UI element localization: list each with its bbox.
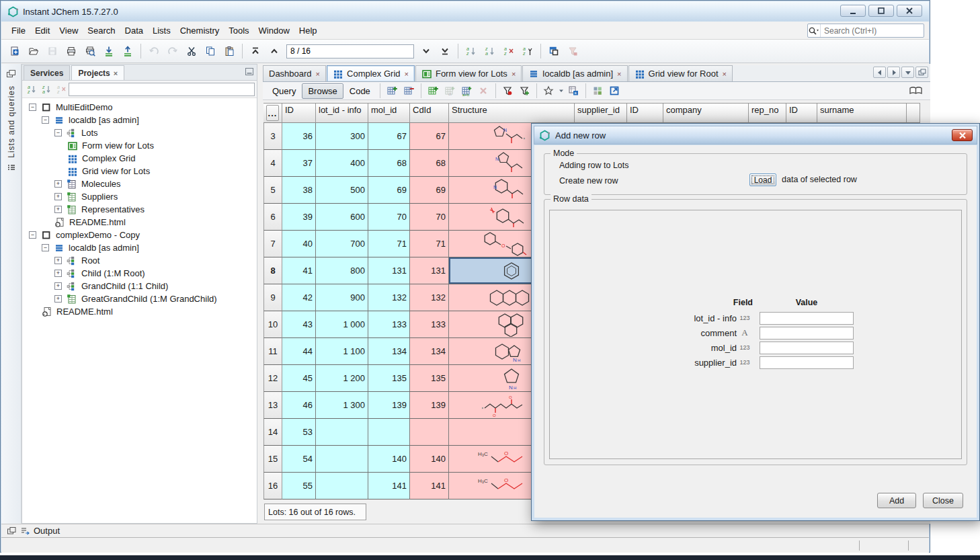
expand-toggle-icon[interactable]: + — [54, 295, 62, 303]
column-header-supplier-id[interactable]: supplier_id — [575, 103, 627, 123]
display-options-icon[interactable] — [590, 83, 606, 99]
maximize-button[interactable] — [868, 5, 894, 17]
column-header-mol-id[interactable]: mol_id — [368, 103, 410, 123]
cell-lot-id[interactable]: 700 — [316, 231, 368, 257]
tree-item-representatives[interactable]: +Representatives — [22, 203, 257, 216]
favorites-dropdown-caret-icon[interactable] — [559, 88, 564, 93]
print-preview-icon[interactable] — [81, 42, 99, 60]
dialog-close-button[interactable] — [952, 129, 973, 141]
delete-row-icon[interactable] — [401, 83, 417, 99]
mode-browse-button[interactable]: Browse — [302, 83, 343, 99]
cell-lot-id[interactable]: 500 — [316, 177, 368, 204]
cell-mol-id[interactable]: 141 — [368, 473, 410, 499]
close-tab-icon[interactable]: × — [723, 70, 727, 78]
close-button[interactable] — [897, 5, 922, 17]
tree-item-root[interactable]: +Root — [22, 254, 257, 267]
collapse-toggle-icon[interactable]: − — [42, 244, 49, 251]
cell-id[interactable]: 42 — [282, 284, 316, 311]
cell-mol-id[interactable]: 68 — [368, 150, 410, 177]
cell-lot-id[interactable]: 800 — [316, 257, 368, 284]
record-position-input[interactable] — [286, 44, 414, 58]
cell-mol-id[interactable]: 134 — [368, 338, 410, 365]
cell-mol-id[interactable] — [368, 419, 410, 446]
cell-cdid[interactable]: 140 — [410, 446, 449, 473]
tree-item-lots[interactable]: −Lots — [22, 126, 257, 139]
add-row-icon[interactable] — [384, 83, 400, 99]
export-data-icon[interactable] — [119, 42, 136, 60]
row-header-13[interactable]: 13 — [263, 392, 282, 419]
search-input[interactable] — [821, 26, 928, 36]
tree-item-readme-html[interactable]: README.html — [22, 305, 257, 318]
maximize-view-button[interactable] — [915, 67, 928, 78]
search-icon[interactable] — [808, 24, 821, 37]
lists-and-queries-dock[interactable]: Lists and queries — [7, 85, 16, 158]
doc-tab-complex-grid[interactable]: Complex Grid× — [327, 65, 415, 81]
row-header-5[interactable]: 5 — [263, 177, 282, 204]
cell-lot-id[interactable]: 900 — [316, 284, 368, 311]
expand-toggle-icon[interactable]: + — [54, 206, 62, 213]
menu-help[interactable]: Help — [294, 23, 322, 38]
cell-cdid[interactable]: 67 — [410, 123, 449, 150]
explorer-tab-projects[interactable]: Projects× — [71, 65, 124, 80]
cell-mol-id[interactable]: 131 — [368, 257, 410, 284]
doc-tab-grid-view-for-root[interactable]: Grid view for Root× — [628, 65, 733, 81]
close-tab-icon[interactable]: × — [114, 69, 118, 77]
cell-lot-id[interactable]: 400 — [316, 150, 368, 177]
copy-icon[interactable] — [202, 42, 219, 60]
row-header-10[interactable]: 10 — [263, 311, 282, 338]
views-manager-icon[interactable]: a — [566, 83, 581, 99]
sort-descending-icon[interactable]: za — [481, 42, 499, 60]
clear-sort-icon[interactable]: az — [500, 42, 518, 60]
cell-id[interactable]: 36 — [282, 123, 316, 150]
cell-id[interactable]: 39 — [282, 204, 316, 231]
cell-mol-id[interactable]: 135 — [368, 365, 410, 392]
expand-toggle-icon[interactable]: + — [54, 270, 62, 277]
menu-lists[interactable]: Lists — [148, 23, 175, 38]
scroll-tabs-right-button[interactable] — [887, 67, 900, 78]
menu-file[interactable]: File — [7, 23, 30, 38]
cell-id[interactable]: 43 — [282, 311, 316, 338]
cell-mol-id[interactable]: 70 — [368, 204, 410, 231]
add-button[interactable]: Add — [877, 493, 916, 508]
titlebar[interactable]: Instant JChem 15.7.27.0 — [1, 1, 929, 22]
field-value-input[interactable] — [760, 312, 854, 325]
cell-cdid[interactable]: 71 — [410, 231, 449, 257]
row-header-16[interactable]: 16 — [263, 473, 282, 499]
collapse-toggle-icon[interactable]: − — [54, 129, 62, 136]
cell-lot-id[interactable] — [316, 419, 368, 446]
dock-icon[interactable] — [7, 526, 17, 535]
load-button[interactable]: Load — [749, 173, 776, 186]
cell-id[interactable]: 45 — [282, 365, 316, 392]
menu-data[interactable]: Data — [120, 23, 148, 38]
cell-cdid[interactable]: 69 — [410, 177, 449, 204]
sort-asc-small-icon[interactable]: az — [24, 83, 39, 96]
add-filter-icon[interactable] — [517, 83, 532, 99]
tab-list-button[interactable] — [901, 67, 914, 78]
tree-item-child-1-m-root[interactable]: +Child (1:M Root) — [22, 267, 257, 280]
cell-mol-id[interactable]: 71 — [368, 231, 410, 257]
add-ab-row-icon[interactable]: a+b — [459, 83, 475, 99]
row-header-8[interactable]: 8 — [263, 257, 282, 284]
sort-ascending-icon[interactable]: az — [462, 42, 480, 60]
field-value-input[interactable] — [760, 327, 854, 339]
collapse-toggle-icon[interactable]: − — [42, 116, 49, 124]
expand-toggle-icon[interactable]: + — [54, 257, 62, 264]
cell-id[interactable]: 46 — [282, 392, 316, 419]
menu-window[interactable]: Window — [254, 23, 294, 38]
cell-lot-id[interactable]: 1 200 — [316, 365, 368, 392]
previous-record-icon[interactable] — [266, 42, 283, 60]
doc-tab-localdb-as-admin[interactable]: localdb [as admin]× — [522, 65, 627, 81]
close-tab-icon[interactable]: × — [316, 70, 320, 78]
new-document-icon[interactable] — [6, 42, 24, 60]
tree-item-form-view-for-lots[interactable]: Form view for Lots — [22, 139, 257, 152]
cell-cdid[interactable]: 68 — [410, 150, 449, 177]
cell-lot-id[interactable]: 600 — [316, 204, 368, 231]
menu-view[interactable]: View — [54, 23, 83, 38]
column-header-company[interactable]: company — [663, 103, 749, 123]
row-header-3[interactable]: 3 — [263, 123, 282, 150]
tree-item-suppliers[interactable]: +Suppliers — [22, 190, 257, 203]
output-tab-label[interactable]: Output — [34, 526, 60, 536]
dialog-titlebar[interactable]: Add new row — [534, 126, 977, 145]
cell-cdid[interactable]: 133 — [410, 311, 449, 338]
cell-lot-id[interactable]: 1 300 — [316, 392, 368, 419]
